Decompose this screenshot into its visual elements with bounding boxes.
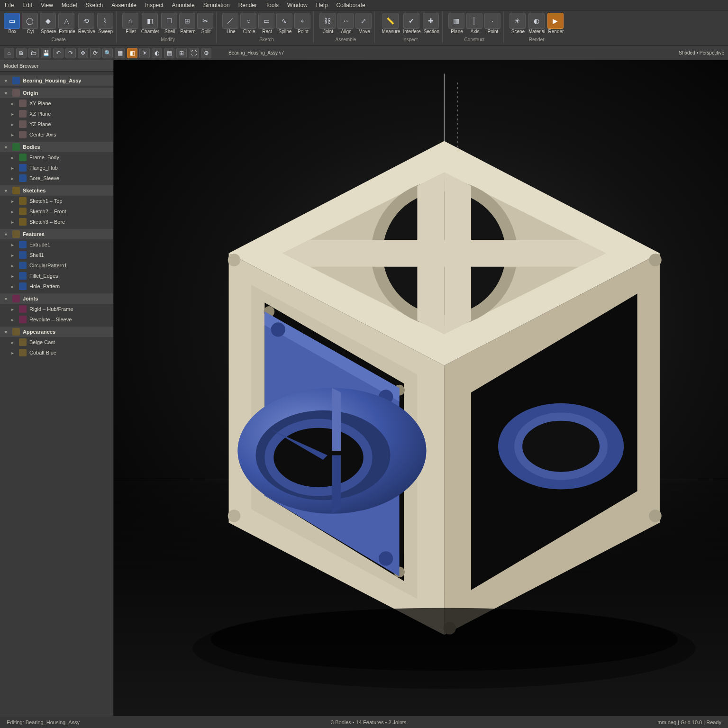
menu-inspect[interactable]: Inspect [145, 2, 164, 9]
ribbon-btn-interfere[interactable]: ✔ [403, 13, 419, 29]
ribbon-btn-material[interactable]: ◐ [528, 13, 545, 29]
tree-node[interactable]: ▾Appearances [0, 327, 113, 337]
quick-btn-4[interactable]: ↶ [53, 48, 64, 58]
menu-annotate[interactable]: Annotate [172, 2, 195, 9]
ribbon-btn-point[interactable]: · [484, 13, 500, 29]
ribbon-btn-pattern[interactable]: ⊞ [179, 13, 195, 29]
ribbon-lbl-spline: Spline [279, 29, 292, 34]
quick-btn-2[interactable]: 🗁 [28, 48, 39, 58]
menu-model[interactable]: Model [62, 2, 77, 9]
quick-btn-1[interactable]: 🗎 [16, 48, 27, 58]
menu-edit[interactable]: Edit [22, 2, 32, 9]
ribbon-btn-fillet[interactable]: ⌂ [122, 13, 138, 29]
menu-help[interactable]: Help [316, 2, 328, 9]
tree-label: Cobalt Blue [29, 350, 56, 355]
ribbon-btn-shell[interactable]: ☐ [161, 13, 177, 29]
tree-node[interactable]: ▸Cobalt Blue [0, 347, 113, 358]
tree-label: Hole_Pattern [29, 283, 60, 289]
menu-collaborate[interactable]: Collaborate [336, 2, 365, 9]
ribbon-btn-extrude[interactable]: △ [58, 13, 74, 29]
menu-file[interactable]: File [5, 2, 14, 9]
tree-node[interactable]: ▾Sketches [0, 185, 113, 196]
tree-node[interactable]: ▾Origin [0, 88, 113, 98]
ribbon-lbl-section: Section [424, 29, 439, 34]
tree-node[interactable]: ▾Features [0, 229, 113, 239]
caret-icon: ▸ [11, 340, 16, 345]
tree-node[interactable]: ▾Bearing_Housing_Assy [0, 75, 113, 86]
quick-btn-0[interactable]: ⌂ [4, 48, 14, 58]
ribbon-btn-render[interactable]: ▶ [547, 13, 564, 29]
caret-icon: ▸ [11, 132, 16, 137]
ribbon-btn-scene[interactable]: ☀ [510, 13, 526, 29]
tree-node[interactable]: ▸Revolute – Sleeve [0, 314, 113, 325]
tree-label: Beige Cast [29, 339, 55, 345]
ribbon-btn-point[interactable]: ⌖ [294, 13, 310, 29]
menu-tools[interactable]: Tools [265, 2, 279, 9]
tree-node[interactable]: ▸YZ Plane [0, 119, 113, 129]
ribbon-btn-split[interactable]: ✂ [197, 13, 213, 29]
ribbon-btn-circle[interactable]: ○ [240, 13, 256, 29]
tree-node[interactable]: ▸XZ Plane [0, 109, 113, 119]
ribbon-btn-rect[interactable]: ▭ [258, 13, 274, 29]
quick-btn-14[interactable]: ⊞ [176, 48, 187, 58]
tree-node[interactable]: ▾Bodies [0, 142, 113, 152]
menu-assemble[interactable]: Assemble [111, 2, 136, 9]
caret-icon: ▸ [11, 209, 16, 214]
quick-btn-6[interactable]: ✥ [78, 48, 88, 58]
ribbon-lbl-plane: Plane [451, 29, 463, 34]
tree-node[interactable]: ▸Fillet_Edges [0, 271, 113, 281]
quick-btn-12[interactable]: ◐ [152, 48, 162, 58]
tree-node[interactable]: ▸Flange_Hub [0, 163, 113, 173]
quick-btn-16[interactable]: ⚙ [201, 48, 211, 58]
tree-node[interactable]: ▸Bore_Sleeve [0, 173, 113, 183]
tree-node[interactable]: ▸Center Axis [0, 129, 113, 140]
ribbon-btn-measure[interactable]: 📏 [382, 13, 399, 29]
menu-window[interactable]: Window [287, 2, 308, 9]
tree-node[interactable]: ▸Hole_Pattern [0, 281, 113, 291]
menu-render[interactable]: Render [238, 2, 257, 9]
quick-btn-3[interactable]: 💾 [41, 48, 51, 58]
tree-node[interactable]: ▸Shell1 [0, 250, 113, 260]
ribbon-btn-section[interactable]: ✚ [423, 13, 439, 29]
ribbon-btn-joint[interactable]: ⛓ [319, 13, 336, 29]
tree-node[interactable]: ▸Sketch2 – Front [0, 206, 113, 217]
menu-simulation[interactable]: Simulation [203, 2, 230, 9]
menu-view[interactable]: View [41, 2, 53, 9]
tree-node[interactable]: ▸CircularPattern1 [0, 260, 113, 271]
svg-point-13 [649, 510, 662, 522]
ribbon-btn-cyl[interactable]: ◯ [22, 13, 38, 29]
quick-btn-8[interactable]: 🔍 [102, 48, 113, 58]
quick-btn-9[interactable]: ▦ [115, 48, 125, 58]
ribbon-btn-chamfer[interactable]: ◧ [142, 13, 158, 29]
tree-node[interactable]: ▾Joints [0, 293, 113, 304]
ribbon-btn-move[interactable]: ⤢ [355, 13, 372, 29]
tree-node[interactable]: ▸Beige Cast [0, 337, 113, 347]
tree-node[interactable]: ▸Rigid – Hub/Frame [0, 304, 113, 314]
quick-btn-7[interactable]: ⟳ [90, 48, 100, 58]
tree-node[interactable]: ▸Sketch3 – Bore [0, 217, 113, 227]
tree-node[interactable]: ▸Frame_Body [0, 152, 113, 163]
ribbon-btn-revolve[interactable]: ⟲ [78, 13, 94, 29]
quick-btn-15[interactable]: ⛶ [189, 48, 199, 58]
part-icon [12, 77, 20, 84]
ribbon-btn-sphere[interactable]: ◆ [40, 13, 56, 29]
viewport[interactable] [114, 60, 728, 716]
tree-node[interactable]: ▸Extrude1 [0, 239, 113, 250]
menubar: FileEditViewModelSketchAssembleInspectAn… [0, 0, 728, 10]
ribbon-btn-sweep[interactable]: ⌇ [97, 13, 113, 29]
ribbon-btn-axis[interactable]: │ [466, 13, 482, 29]
quick-btn-13[interactable]: ▤ [164, 48, 174, 58]
ribbon-btn-box[interactable]: ▭ [4, 13, 20, 29]
quick-btn-11[interactable]: ☀ [139, 48, 150, 58]
ribbon-btn-line[interactable]: ／ [222, 13, 238, 29]
ribbon-btn-plane[interactable]: ▦ [448, 13, 464, 29]
tree-node[interactable]: ▸Sketch1 – Top [0, 196, 113, 206]
ribbon-group-assemble: ⛓Joint↔Align⤢MoveAssemble [318, 12, 375, 43]
menu-sketch[interactable]: Sketch [86, 2, 103, 9]
tree-label: Rigid – Hub/Frame [29, 306, 73, 312]
quick-btn-10[interactable]: ◧ [127, 48, 137, 58]
ribbon-btn-spline[interactable]: ∿ [276, 13, 292, 29]
tree-node[interactable]: ▸XY Plane [0, 98, 113, 109]
quick-btn-5[interactable]: ↷ [65, 48, 76, 58]
ribbon-btn-align[interactable]: ↔ [337, 13, 354, 29]
